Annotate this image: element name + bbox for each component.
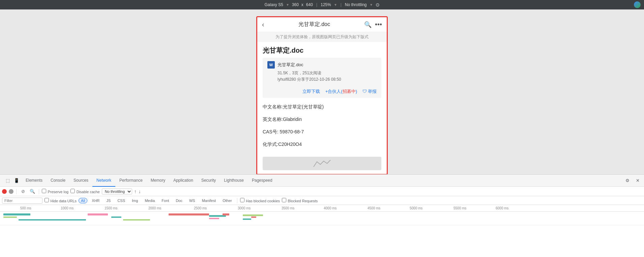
disable-cache-label: Disable cache xyxy=(70,188,100,195)
device-label[interactable]: Galaxy S5 xyxy=(264,2,283,7)
tab-elements[interactable]: Elements xyxy=(22,175,47,187)
devtools-right-icons: ⚙ ✕ xyxy=(624,177,644,184)
width-value[interactable]: 360 xyxy=(292,2,299,7)
tab-performance[interactable]: Performance xyxy=(115,175,147,187)
time-label-5500: 5500 ms xyxy=(453,206,466,210)
time-label-5000: 5000 ms xyxy=(410,206,422,210)
separator2: | xyxy=(316,2,317,7)
recruit-label: 招募中 xyxy=(343,89,356,94)
has-blocked-label: Has blocked cookies xyxy=(240,198,280,204)
partner-link[interactable]: +合伙人(招募中) xyxy=(325,88,357,95)
rotate-icon[interactable]: ⊙ xyxy=(376,2,380,7)
device-toolbar: Galaxy S5 ▾ 360 x 640 | 125% ▾ | No thro… xyxy=(0,0,644,9)
time-label-1000: 1000 ms xyxy=(61,206,74,210)
filter-chip-css[interactable]: CSS xyxy=(115,198,127,203)
divider2 xyxy=(39,189,39,194)
separator3: ▾ xyxy=(334,2,336,7)
filter-chip-xhr[interactable]: XHR xyxy=(89,198,102,203)
blocked-requests-checkbox[interactable] xyxy=(282,198,286,202)
devtools-panel: ⬚ 📱 Elements Console Sources Network Per… xyxy=(0,174,644,257)
record-button[interactable] xyxy=(2,189,7,194)
download-link[interactable]: 立即下载 xyxy=(302,88,320,95)
mobile-page-title: 光甘草定.doc xyxy=(298,21,330,28)
devtools-bottom xyxy=(0,225,644,257)
blocked-requests-label: Blocked Requests xyxy=(282,198,318,204)
devtools-left-icons: ⬚ 📱 xyxy=(3,177,22,184)
tab-memory[interactable]: Memory xyxy=(147,175,169,187)
chrome-logo xyxy=(634,1,641,8)
doc-card-meta1: 31.5K，3页，251次阅读 xyxy=(267,70,377,76)
preview-icon xyxy=(312,158,332,169)
search-icon[interactable]: 🔍 xyxy=(364,21,372,28)
has-blocked-checkbox[interactable] xyxy=(240,198,244,202)
filter-chip-doc[interactable]: Doc xyxy=(173,198,185,203)
devtools-tabs: ⬚ 📱 Elements Console Sources Network Per… xyxy=(0,175,644,187)
x-separator: x xyxy=(301,2,303,7)
filter-chip-js[interactable]: JS xyxy=(104,198,113,203)
inspect-icon[interactable]: ⬚ xyxy=(4,177,11,184)
filter-chip-media[interactable]: Media xyxy=(142,198,157,203)
time-label-3500: 3500 ms xyxy=(282,206,294,210)
separator4: | xyxy=(341,2,342,7)
close-devtools-icon[interactable]: ✕ xyxy=(634,177,641,184)
time-label-2000: 2000 ms xyxy=(148,206,161,210)
disable-cache-checkbox[interactable] xyxy=(70,189,75,193)
hide-data-urls-checkbox[interactable] xyxy=(45,198,49,202)
content-line-1: 中文名称:光甘草定(光甘草啶) xyxy=(263,103,381,110)
preserve-log-checkbox[interactable] xyxy=(42,189,46,193)
time-label-2500: 2500 ms xyxy=(194,206,207,210)
tab-pagespeed[interactable]: Pagespeed xyxy=(248,175,276,187)
time-label-500: 500 ms xyxy=(20,206,31,210)
throttle-select[interactable]: No throttling xyxy=(102,188,132,195)
content-line-4: 化学式:C20H20O4 xyxy=(263,141,381,148)
tab-lighthouse[interactable]: Lighthouse xyxy=(220,175,248,187)
device-mode-icon[interactable]: 📱 xyxy=(13,177,20,184)
waterfall-bars xyxy=(0,212,644,225)
back-button[interactable]: ‹ xyxy=(262,21,264,28)
filter-chip-other[interactable]: Other xyxy=(220,198,234,203)
filter-row: Hide data URLs All XHR JS CSS Img Media … xyxy=(0,196,644,205)
zoom-value[interactable]: 125% xyxy=(321,2,331,7)
document-title: 光甘草定.doc xyxy=(257,42,387,58)
document-card: W 光甘草定.doc 31.5K，3页，251次阅读 lyhuif8280 分享… xyxy=(263,58,381,98)
filter-input[interactable] xyxy=(2,198,42,204)
filter-divider xyxy=(237,198,237,203)
settings-icon[interactable]: ⚙ xyxy=(624,177,631,184)
height-value[interactable]: 640 xyxy=(306,2,313,7)
tab-sources[interactable]: Sources xyxy=(69,175,92,187)
doc-card-meta2: lyhuif8280 分享于2012-10-26 08:50 xyxy=(267,76,377,83)
separator1: ▾ xyxy=(287,2,289,7)
filter-chip-ws[interactable]: WS xyxy=(187,198,198,203)
clear-button[interactable] xyxy=(9,189,13,194)
tab-security[interactable]: Security xyxy=(197,175,220,187)
filter-chip-img[interactable]: Img xyxy=(129,198,140,203)
mobile-header: ‹ 光甘草定.doc 🔍 ••• xyxy=(257,17,387,32)
shield-icon: 🛡 xyxy=(362,89,367,94)
more-icon[interactable]: ••• xyxy=(375,21,382,28)
tab-network[interactable]: Network xyxy=(92,175,115,187)
tab-console[interactable]: Console xyxy=(47,175,69,187)
upload-btn[interactable]: ↑ xyxy=(134,189,137,194)
filter-chip-all[interactable]: All xyxy=(79,198,87,203)
search-network-icon[interactable]: 🔍 xyxy=(29,188,36,195)
filter-chip-font[interactable]: Font xyxy=(159,198,171,203)
word-icon: W xyxy=(267,61,275,69)
hide-data-urls-label: Hide data URLs xyxy=(45,198,77,204)
doc-card-actions: 立即下载 +合伙人(招募中) 🛡 举报 xyxy=(267,86,377,95)
upgrade-notice: 为了提升浏览体验，原视图版网页已升级为如下版式 xyxy=(257,32,387,42)
mobile-actions: 🔍 ••• xyxy=(364,21,382,28)
timeline: 500 ms 1000 ms 1500 ms 2000 ms 2500 ms 3… xyxy=(0,205,644,225)
throttle-value[interactable]: No throttling xyxy=(345,2,367,7)
mobile-frame: ‹ 光甘草定.doc 🔍 ••• 为了提升浏览体验，原视图版网页已升级为如下版式… xyxy=(256,16,388,175)
time-label-3000: 3000 ms xyxy=(238,206,251,210)
network-toolbar: ⊘ 🔍 Preserve log Disable cache No thrott… xyxy=(0,187,644,196)
filter-chip-manifest[interactable]: Manifest xyxy=(200,198,218,203)
filter-icon[interactable]: ⊘ xyxy=(19,188,27,195)
doc-card-name: 光甘草定.doc xyxy=(277,62,303,68)
report-link[interactable]: 🛡 举报 xyxy=(362,88,377,95)
divider1 xyxy=(16,189,17,194)
download-btn[interactable]: ↓ xyxy=(139,189,141,194)
tab-application[interactable]: Application xyxy=(169,175,197,187)
document-content: 中文名称:光甘草定(光甘草啶) 英文名称:Glabridin CAS号: 598… xyxy=(257,98,387,157)
timeline-axis: 500 ms 1000 ms 1500 ms 2000 ms 2500 ms 3… xyxy=(0,205,644,212)
